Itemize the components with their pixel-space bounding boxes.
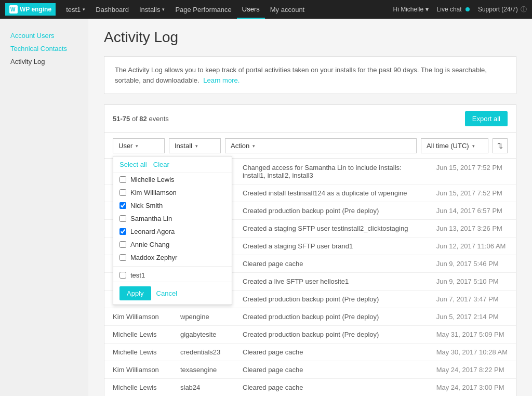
cell-date: Jun 15, 2017 7:52 PM: [428, 159, 516, 184]
nav-item-test1[interactable]: test1 ▾: [61, 0, 90, 19]
top-nav: W WP engine test1 ▾ Dashboard Installs ▾…: [0, 0, 532, 19]
nav-item-installs[interactable]: Installs ▾: [134, 0, 170, 19]
support-info-icon: ⓘ: [521, 6, 527, 13]
install-filter[interactable]: Install ▾: [169, 138, 221, 153]
dropdown-header: Select all Clear: [113, 156, 232, 173]
nav-item-my-account[interactable]: My account: [265, 0, 310, 19]
cancel-button[interactable]: Cancel: [156, 286, 177, 300]
learn-more-link[interactable]: Learn more.: [203, 76, 240, 84]
action-filter-caret: ▾: [252, 143, 255, 149]
cell-action: Cleared page cache: [234, 361, 428, 379]
cell-action: Created production backup point (Pre dep…: [234, 326, 428, 344]
caret-icon: ▾: [162, 7, 165, 12]
live-chat-link[interactable]: Live chat: [437, 6, 470, 13]
table-row: Michelle Lewis gigabytesite Created prod…: [104, 326, 516, 344]
cell-date: Jun 14, 2017 6:57 PM: [428, 202, 516, 220]
cell-action: Changed access for Samantha Lin to inclu…: [234, 159, 428, 184]
events-count: 51-75 of 82 events: [113, 115, 169, 123]
cell-date: Jun 9, 2017 5:46 PM: [428, 255, 516, 273]
checkbox-nick-smith[interactable]: [119, 202, 126, 209]
nav-item-users[interactable]: Users: [237, 0, 265, 19]
cell-user: Kim Williamson: [104, 308, 172, 326]
cell-install: credentials23: [172, 344, 234, 361]
dropdown-item-test1[interactable]: test1: [113, 269, 232, 282]
cell-install: texasengine: [172, 361, 234, 379]
cell-date: Jun 13, 2017 3:26 PM: [428, 220, 516, 237]
logo-icon: W WP engine: [5, 3, 56, 16]
dropdown-actions: Apply Cancel: [113, 282, 232, 305]
cell-action: Cleared page cache: [234, 255, 428, 273]
logo-text: WP engine: [20, 6, 51, 13]
dropdown-item-michelle-lewis[interactable]: Michelle Lewis: [113, 173, 232, 186]
cell-date: May 24, 2017 3:00 PM: [428, 379, 516, 397]
dropdown-item-samantha-lin[interactable]: Samantha Lin: [113, 212, 232, 225]
cell-date: Jun 12, 2017 11:06 AM: [428, 237, 516, 255]
cell-date: May 30, 2017 10:28 AM: [428, 344, 516, 361]
cell-action: Created production backup point (Pre dep…: [234, 202, 428, 220]
cell-date: Jun 15, 2017 7:52 PM: [428, 184, 516, 202]
cell-date: Jun 9, 2017 5:10 PM: [428, 273, 516, 291]
user-dropdown: Select all Clear Michelle Lewis Kim Will…: [113, 156, 232, 305]
user-filter-caret: ▾: [136, 143, 138, 149]
table-header: 51-75 of 82 events Export all: [104, 105, 516, 133]
cell-action: Created a staging SFTP user brand1: [234, 237, 428, 255]
cell-action: Created a live SFTP user hellosite1: [234, 273, 428, 291]
dropdown-item-kim-williamson[interactable]: Kim Williamson: [113, 186, 232, 199]
sidebar-item-technical-contacts[interactable]: Technical Contacts: [0, 42, 88, 55]
info-text: The Activity Log allows you to keep trac…: [115, 66, 487, 84]
cell-user: Kim Williamson: [104, 361, 172, 379]
info-box: The Activity Log allows you to keep trac…: [104, 56, 516, 94]
action-filter[interactable]: Action ▾: [225, 138, 417, 153]
nav-item-dashboard[interactable]: Dashboard: [90, 0, 134, 19]
cell-action: Cleared page cache: [234, 379, 428, 397]
checkbox-maddox-zephyr[interactable]: [119, 254, 126, 261]
checkbox-test1[interactable]: [119, 272, 126, 279]
apply-button[interactable]: Apply: [119, 286, 151, 300]
checkbox-annie-chang[interactable]: [119, 241, 126, 248]
cell-action: Created a staging SFTP user testinstall2…: [234, 220, 428, 237]
sort-direction-button[interactable]: ⇅: [493, 138, 508, 153]
cell-action: Cleared page cache: [234, 344, 428, 361]
dropdown-item-annie-chang[interactable]: Annie Chang: [113, 238, 232, 251]
page-title: Activity Log: [104, 29, 516, 46]
table-area: 51-75 of 82 events Export all User ▾ Ins…: [104, 104, 516, 396]
cell-date: May 24, 2017 8:22 PM: [428, 361, 516, 379]
dropdown-item-nick-smith[interactable]: Nick Smith: [113, 199, 232, 212]
time-filter[interactable]: All time (UTC) ▾: [421, 138, 488, 153]
clear-link[interactable]: Clear: [153, 161, 169, 168]
live-chat-dot: [466, 7, 470, 11]
cell-user: Michelle Lewis: [104, 344, 172, 361]
table-row: Kim Williamson wpengine Created producti…: [104, 308, 516, 326]
filter-row: User ▾ Install ▾ Action ▾ All time (UTC)…: [104, 133, 516, 159]
nav-item-page-performance[interactable]: Page Performance: [170, 0, 236, 19]
sidebar-item-account-users[interactable]: Account Users: [0, 29, 88, 42]
checkbox-samantha-lin[interactable]: [119, 215, 126, 222]
cell-action: Created production backup point (Pre dep…: [234, 308, 428, 326]
caret-icon: ▾: [83, 7, 85, 12]
sidebar-item-activity-log[interactable]: Activity Log: [0, 55, 88, 68]
checkbox-kim-williamson[interactable]: [119, 189, 126, 196]
main-content: Activity Log The Activity Log allows you…: [88, 19, 532, 396]
cell-install: wpengine: [172, 308, 234, 326]
cell-install: slab24: [172, 379, 234, 397]
support-link[interactable]: Support (24/7) ⓘ: [478, 5, 527, 14]
cell-user: Michelle Lewis: [104, 379, 172, 397]
user-greeting[interactable]: Hi Michelle ▾: [393, 6, 429, 13]
events-total: 82: [139, 115, 147, 123]
table-row: Kim Williamson texasengine Cleared page …: [104, 361, 516, 379]
user-caret-icon: ▾: [425, 6, 429, 13]
user-filter[interactable]: User ▾: [113, 138, 165, 153]
cell-action: Created production backup point (Pre dep…: [234, 291, 428, 308]
cell-action: Created install testinsall124 as a dupli…: [234, 184, 428, 202]
time-filter-caret: ▾: [472, 143, 475, 149]
dropdown-item-maddox-zephyr[interactable]: Maddox Zephyr: [113, 251, 232, 264]
svg-text:W: W: [10, 7, 16, 12]
checkbox-leonard-agora[interactable]: [119, 228, 126, 235]
export-all-button[interactable]: Export all: [465, 111, 508, 126]
checkbox-michelle-lewis[interactable]: [119, 176, 126, 183]
cell-date: Jun 5, 2017 2:14 PM: [428, 308, 516, 326]
sidebar: Account Users Technical Contacts Activit…: [0, 19, 88, 396]
dropdown-item-leonard-agora[interactable]: Leonard Agora: [113, 225, 232, 238]
page-layout: Account Users Technical Contacts Activit…: [0, 19, 532, 396]
select-all-link[interactable]: Select all: [119, 161, 147, 168]
